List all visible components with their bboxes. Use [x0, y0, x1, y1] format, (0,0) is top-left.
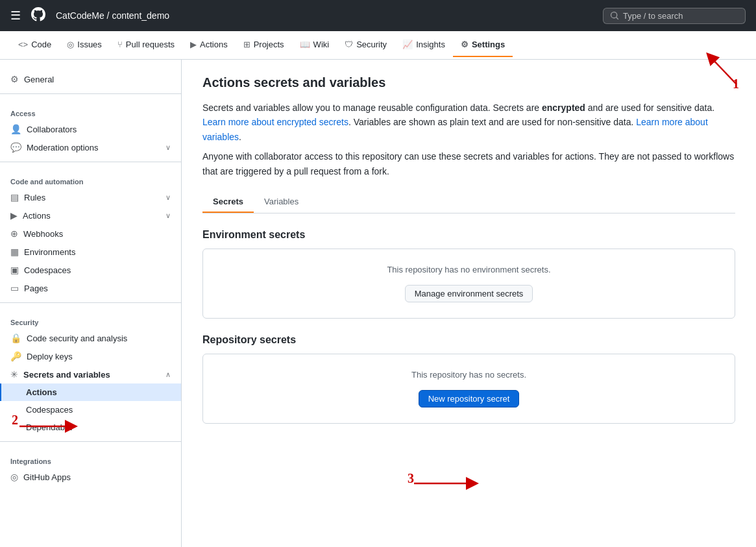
tab-pull-requests[interactable]: ⑂ Pull requests [110, 33, 182, 57]
tab-wiki[interactable]: 📖 Wiki [292, 33, 337, 57]
env-secrets-card: This repository has no environment secre… [202, 249, 735, 319]
environments-icon: ▦ [10, 247, 19, 257]
general-icon: ⚙ [10, 74, 19, 84]
sidebar-item-general[interactable]: ⚙ General [0, 70, 181, 88]
actions-icon: ▶ [190, 40, 197, 49]
code-security-icon: 🔒 [10, 333, 21, 343]
description-access: Anyone with collaborator access to this … [202, 149, 735, 178]
sidebar-item-codespaces[interactable]: ▣ Codespaces [0, 261, 181, 279]
repo-tabs: <> Code ◎ Issues ⑂ Pull requests ▶ Actio… [0, 31, 756, 60]
pages-icon: ▭ [10, 283, 19, 293]
search-icon [610, 11, 619, 20]
top-bar: ☰ CatCodeMe / content_demo Type / to sea… [0, 0, 756, 31]
tab-code[interactable]: <> Code [10, 33, 59, 57]
new-repo-secret-button[interactable]: New repository secret [419, 390, 520, 407]
main-content: Actions secrets and variables Secrets an… [182, 60, 756, 547]
repo-path: CatCodeMe / content_demo [56, 10, 169, 21]
secrets-icon: ✳ [10, 369, 18, 380]
issues-icon: ◎ [67, 40, 74, 49]
page-title: Actions secrets and variables [202, 75, 735, 90]
sidebar-subitem-dependabot[interactable]: Dependabot [0, 419, 181, 436]
sidebar-item-github-apps[interactable]: ◎ GitHub Apps [0, 468, 181, 486]
sidebar-subitem-codespaces[interactable]: Codespaces [0, 401, 181, 419]
tab-insights[interactable]: 📈 Insights [395, 33, 453, 57]
tab-actions[interactable]: ▶ Actions [182, 33, 236, 57]
sidebar-item-rules[interactable]: ▤ Rules ∨ [0, 188, 181, 206]
insights-icon: 📈 [402, 40, 413, 49]
github-apps-icon: ◎ [10, 472, 18, 482]
main-layout: ⚙ General Access 👤 Collaborators 💬 Moder… [0, 60, 756, 547]
codespaces-icon: ▣ [10, 265, 19, 275]
sidebar-item-moderation[interactable]: 💬 Moderation options ∨ [0, 138, 181, 156]
sidebar-item-deploy-keys[interactable]: 🔑 Deploy keys [0, 347, 181, 365]
integrations-label: Integrations [0, 447, 181, 468]
tab-settings[interactable]: ⚙ Settings [453, 33, 513, 57]
projects-icon: ⊞ [243, 40, 250, 49]
path-slash: / [107, 10, 110, 21]
owner-link[interactable]: CatCodeMe [56, 10, 104, 21]
repo-secrets-title: Repository secrets [202, 334, 735, 346]
collaborators-icon: 👤 [10, 124, 21, 134]
deploy-keys-icon: 🔑 [10, 351, 21, 361]
env-secrets-empty: This repository has no environment secre… [219, 265, 719, 274]
pr-icon: ⑂ [117, 40, 123, 49]
code-icon: <> [18, 40, 28, 49]
github-logo [31, 7, 45, 25]
rules-icon: ▤ [10, 192, 19, 202]
search-box[interactable]: Type / to search [603, 8, 746, 24]
sidebar-item-secrets-vars[interactable]: ✳ Secrets and variables ∧ [0, 365, 181, 383]
code-automation-label: Code and automation [0, 167, 181, 188]
description-secrets: Secrets and variables allow you to manag… [202, 101, 735, 144]
webhooks-icon: ⊕ [10, 228, 18, 239]
secrets-chevron: ∧ [165, 371, 171, 379]
hamburger-menu[interactable]: ☰ [10, 8, 21, 23]
tab-security[interactable]: 🛡 Security [337, 33, 395, 57]
sidebar-item-webhooks[interactable]: ⊕ Webhooks [0, 225, 181, 243]
manage-env-secrets-button[interactable]: Manage environment secrets [405, 285, 533, 302]
sidebar-item-collaborators[interactable]: 👤 Collaborators [0, 120, 181, 138]
sidebar: ⚙ General Access 👤 Collaborators 💬 Moder… [0, 60, 182, 547]
sidebar-item-actions[interactable]: ▶ Actions ∨ [0, 206, 181, 225]
sidebar-item-environments[interactable]: ▦ Environments [0, 243, 181, 261]
sidebar-subitem-actions[interactable]: Actions [0, 383, 181, 401]
actions-chevron: ∨ [165, 212, 171, 220]
tab-secrets[interactable]: Secrets [202, 191, 254, 213]
security-section-label: Security [0, 308, 181, 329]
learn-secrets-link[interactable]: Learn more about encrypted secrets [202, 117, 348, 127]
repo-secrets-empty: This repository has no secrets. [219, 370, 719, 380]
security-icon: 🛡 [345, 40, 353, 49]
env-secrets-title: Environment secrets [202, 229, 735, 241]
wiki-icon: 📖 [300, 40, 310, 49]
tab-projects[interactable]: ⊞ Projects [236, 33, 292, 57]
sidebar-item-code-security[interactable]: 🔒 Code security and analysis [0, 329, 181, 347]
repo-secrets-card: This repository has no secrets. New repo… [202, 354, 735, 424]
actions-sidebar-icon: ▶ [10, 210, 18, 221]
tab-variables[interactable]: Variables [254, 191, 309, 213]
content-tabs: Secrets Variables [202, 191, 735, 213]
access-section-label: Access [0, 99, 181, 120]
settings-icon: ⚙ [461, 40, 469, 49]
sidebar-item-pages[interactable]: ▭ Pages [0, 279, 181, 297]
search-placeholder: Type / to search [623, 11, 683, 21]
moderation-icon: 💬 [10, 142, 21, 152]
moderation-chevron: ∨ [165, 143, 171, 152]
tab-issues[interactable]: ◎ Issues [59, 33, 110, 57]
repo-link[interactable]: content_demo [112, 10, 169, 21]
rules-chevron: ∨ [165, 193, 171, 202]
